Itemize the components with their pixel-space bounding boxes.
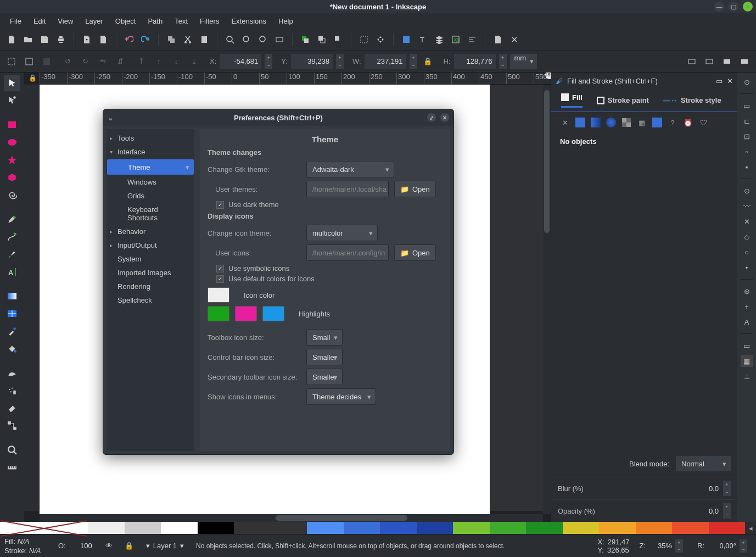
fill-stroke-icon[interactable] <box>399 32 413 47</box>
snap-guide-icon[interactable]: ⊥ <box>741 370 753 382</box>
snap-grid-icon[interactable]: ▦ <box>741 355 753 367</box>
x-up-icon[interactable]: + <box>265 54 272 62</box>
palette-color[interactable] <box>380 522 417 534</box>
tab-stroke-style[interactable]: —↔ Stroke style <box>663 96 721 104</box>
rotate-ccw-icon[interactable]: ↺ <box>60 54 75 69</box>
clone-icon[interactable] <box>315 32 329 47</box>
close-icon[interactable]: × <box>743 2 753 12</box>
secondary-size-select[interactable]: Smaller <box>306 369 343 385</box>
use-symbolic-checkbox[interactable]: ✓Use symbolic icons <box>208 264 443 272</box>
xml-icon[interactable]: xml <box>449 32 463 47</box>
zoom-width-icon[interactable] <box>272 32 287 47</box>
status-opacity-input[interactable] <box>69 542 92 550</box>
snap-enable-icon[interactable]: ⊙ <box>741 76 753 88</box>
paste-icon[interactable] <box>197 32 211 47</box>
rectangle-tool-icon[interactable] <box>4 116 20 133</box>
node-tool-icon[interactable] <box>4 92 20 109</box>
nav-theme[interactable]: Theme <box>107 159 194 175</box>
menu-help[interactable]: Help <box>273 15 299 27</box>
3dbox-tool-icon[interactable] <box>4 169 20 186</box>
minimize-icon[interactable]: — <box>714 2 724 12</box>
visibility-icon[interactable]: 👁 <box>102 539 116 553</box>
prefs-maximize-icon[interactable]: ⤢ <box>427 113 436 122</box>
h-up-icon[interactable]: + <box>499 54 507 62</box>
scale-corners-icon[interactable] <box>702 54 716 69</box>
star-tool-icon[interactable] <box>4 152 20 168</box>
paint-none-icon[interactable]: ✕ <box>560 118 570 127</box>
select-all-layers-icon[interactable] <box>4 54 19 69</box>
paint-mesh-icon[interactable] <box>652 118 662 127</box>
cut-icon[interactable] <box>181 32 195 47</box>
snap-path-icon[interactable]: 〰 <box>741 200 753 212</box>
zoom-page-icon[interactable] <box>256 32 270 47</box>
mesh-tool-icon[interactable] <box>4 305 20 322</box>
snap-bbox-corner-icon[interactable]: ⊡ <box>741 130 753 142</box>
tab-stroke-paint[interactable]: Stroke paint <box>597 96 649 104</box>
snap-bbox-edge-icon[interactable]: ⊏ <box>741 115 753 127</box>
highlight-3-swatch[interactable] <box>262 306 284 321</box>
palette-color[interactable] <box>271 522 307 534</box>
tweak-tool-icon[interactable] <box>4 365 20 381</box>
nav-grids[interactable]: Grids <box>107 189 194 203</box>
w-down-icon[interactable]: − <box>410 62 417 69</box>
open-icon[interactable] <box>21 32 35 47</box>
palette-color[interactable] <box>672 522 709 534</box>
rotate-cw-icon[interactable]: ↻ <box>78 54 92 69</box>
save-icon[interactable] <box>37 32 52 47</box>
nav-rendering[interactable]: Rendering <box>107 280 194 293</box>
h-input[interactable] <box>454 54 496 69</box>
new-doc-icon[interactable] <box>4 32 19 47</box>
nav-system[interactable]: System <box>107 252 194 266</box>
nav-spell[interactable]: Spellcheck <box>107 293 194 307</box>
palette-color[interactable] <box>526 522 563 534</box>
calligraphy-tool-icon[interactable] <box>4 246 20 263</box>
prefs-menu-icon[interactable]: ⌄ <box>108 114 114 122</box>
y-down-icon[interactable]: − <box>336 62 344 69</box>
zoom-draw-icon[interactable] <box>239 32 254 47</box>
y-up-icon[interactable]: + <box>336 54 344 62</box>
panel-detach-icon[interactable]: ▭ <box>716 77 723 85</box>
palette-color[interactable] <box>599 522 636 534</box>
opacity-up-icon[interactable]: + <box>723 503 731 511</box>
icon-theme-select[interactable]: multicolor <box>306 225 378 241</box>
ungroup-icon[interactable] <box>373 32 388 47</box>
tab-fill[interactable]: Fill <box>561 93 583 108</box>
export-icon[interactable] <box>96 32 110 47</box>
palette-color[interactable] <box>307 522 344 534</box>
prefs-titlebar[interactable]: ⌄ Preferences (Shift+Ctrl+P) ⤢ ✕ <box>103 109 453 126</box>
paint-shield-icon[interactable]: 🛡 <box>698 118 708 127</box>
preferences-icon[interactable] <box>507 32 522 47</box>
palette-color[interactable] <box>490 522 527 534</box>
ruler-vertical[interactable] <box>24 85 40 511</box>
w-up-icon[interactable]: + <box>410 54 417 62</box>
rotation-input[interactable] <box>708 542 736 550</box>
paint-pattern-icon[interactable] <box>621 118 631 127</box>
move-patterns-icon[interactable] <box>737 54 752 69</box>
menu-view[interactable]: View <box>52 15 79 27</box>
measure-tool-icon[interactable] <box>4 459 20 476</box>
palette-color[interactable] <box>417 522 453 534</box>
show-menus-select[interactable]: Theme decides <box>306 388 376 405</box>
snap-text-icon[interactable]: A <box>741 316 753 328</box>
zoom-up-icon[interactable]: + <box>675 539 683 546</box>
nav-tools[interactable]: Tools <box>107 131 194 145</box>
flip-h-icon[interactable]: ⇋ <box>96 54 110 69</box>
bezier-tool-icon[interactable] <box>4 229 20 245</box>
eraser-tool-icon[interactable] <box>4 400 20 416</box>
icon-color-swatch[interactable] <box>208 287 229 303</box>
prefs-close-icon[interactable]: ✕ <box>440 113 449 122</box>
move-gradients-icon[interactable] <box>720 54 734 69</box>
h-down-icon[interactable]: − <box>499 62 507 69</box>
paint-unknown-icon[interactable]: ? <box>668 118 677 127</box>
zoom-input[interactable] <box>649 542 672 550</box>
palette-white[interactable] <box>88 522 161 534</box>
zoom-tool-icon[interactable] <box>4 442 20 458</box>
use-dark-checkbox[interactable]: ✓Use dark theme <box>208 200 443 209</box>
snap-midpoint-icon[interactable]: • <box>741 261 753 274</box>
connector-tool-icon[interactable] <box>4 417 20 434</box>
menu-layer[interactable]: Layer <box>80 15 109 27</box>
layers-icon[interactable] <box>432 32 446 47</box>
snap-smooth-icon[interactable]: ○ <box>741 246 753 258</box>
blend-mode-select[interactable]: Normal <box>676 456 731 471</box>
copy-icon[interactable] <box>164 32 178 47</box>
